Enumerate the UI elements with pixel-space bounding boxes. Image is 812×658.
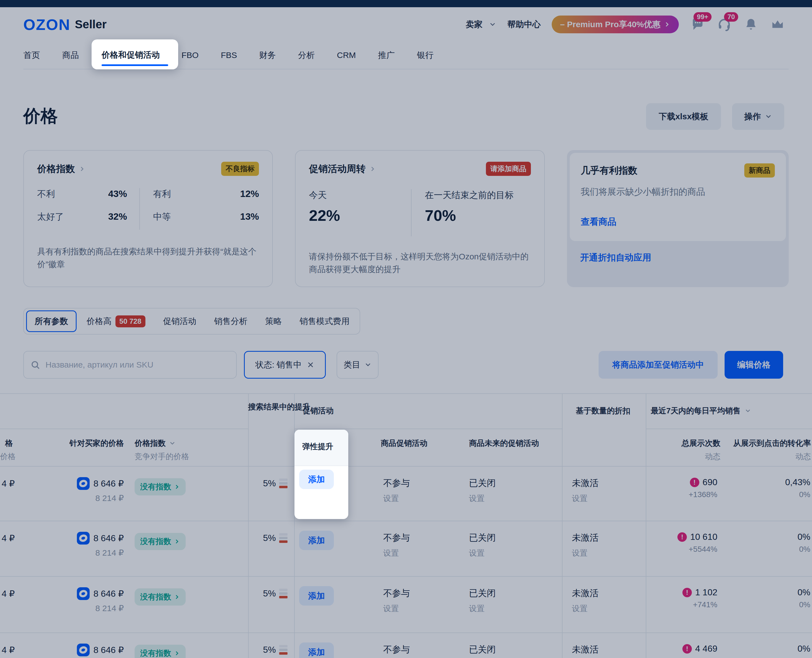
elastic-boost-header-highlight: 弹性提升 bbox=[295, 430, 348, 466]
active-tab-underline bbox=[102, 64, 168, 66]
spotlight-elastic-boost-column: 弹性提升 添加 bbox=[295, 430, 348, 519]
spotlight-active-tab[interactable]: 价格和促销活动 bbox=[92, 39, 178, 69]
tour-dim-overlay bbox=[0, 0, 812, 658]
add-boost-button-highlight[interactable]: 添加 bbox=[299, 470, 334, 489]
elastic-boost-header-label: 弹性提升 bbox=[302, 441, 333, 452]
tab-prices-promos-highlight[interactable]: 价格和促销活动 bbox=[102, 49, 160, 61]
ozon-seller-prices-page: OZON Seller 卖家 帮助中心 – Premium Pro享40%优惠 bbox=[0, 0, 812, 658]
